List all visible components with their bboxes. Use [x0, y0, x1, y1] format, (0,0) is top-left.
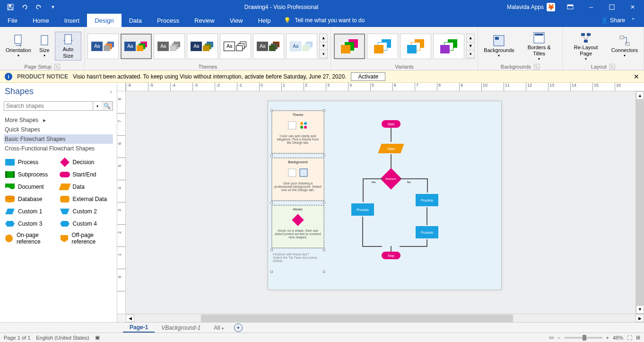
collapse-ribbon-icon[interactable]: ⌃	[628, 17, 638, 24]
variant-tile-4[interactable]	[433, 34, 464, 59]
orientation-button[interactable]: Orientation▾	[3, 33, 34, 59]
shape-glyph-icon	[60, 234, 69, 243]
tab-design[interactable]: Design	[87, 14, 121, 27]
save-icon[interactable]	[4, 0, 17, 14]
qat-customize-icon[interactable]: ▼	[46, 0, 60, 14]
theme-tile-4[interactable]: Aa	[187, 34, 218, 59]
shape-item-external-data[interactable]: External Data	[60, 195, 113, 203]
quick-shapes[interactable]: Quick Shapes	[4, 125, 113, 134]
shape-item-process[interactable]: Process	[5, 158, 58, 167]
tab-file[interactable]: File	[0, 14, 25, 27]
auto-size-button[interactable]: Auto Size	[55, 32, 82, 60]
page-tab-1[interactable]: Page-1	[123, 323, 155, 333]
add-page-button[interactable]: +	[234, 324, 243, 332]
shape-item-off-page-reference[interactable]: Off-page reference	[60, 232, 113, 245]
relayout-button[interactable]: Re-Layout Page▾	[566, 30, 607, 62]
theme-tile-3[interactable]: Aa	[154, 34, 185, 59]
zoom-level[interactable]: 48%	[613, 335, 623, 341]
more-shapes[interactable]: More Shapes ▸	[4, 115, 113, 125]
drawing-canvas[interactable]: Theme Color can add clarity and elegance…	[126, 91, 635, 314]
tab-review[interactable]: Review	[187, 14, 222, 27]
svg-rect-7	[41, 35, 48, 45]
variant-tile-3[interactable]	[400, 34, 431, 59]
themes-scroll[interactable]: ▲▼▾	[319, 34, 328, 59]
backgrounds-launcher[interactable]: ⤡	[534, 64, 540, 70]
share-button[interactable]: 👤 Share	[601, 17, 625, 24]
fit-page-icon[interactable]: ⛶	[627, 335, 632, 341]
drawing-page[interactable]: Theme Color can add clarity and elegance…	[268, 101, 502, 290]
page-tab-background[interactable]: VBackground-1	[155, 324, 207, 332]
variants-scroll[interactable]: ▲▼▾	[466, 34, 475, 59]
shape-item-start-end[interactable]: Start/End	[60, 170, 113, 179]
presentation-mode-icon[interactable]: ▭	[549, 334, 554, 341]
borders-titles-button[interactable]: Borders & Titles▾	[519, 30, 559, 62]
redo-icon[interactable]	[32, 0, 45, 14]
language-indicator[interactable]: English (United States)	[36, 335, 89, 341]
shape-item-custom-4[interactable]: Custom 4	[60, 219, 113, 228]
zoom-out-button[interactable]: −	[557, 335, 560, 341]
tab-process[interactable]: Process	[149, 14, 187, 27]
page-setup-launcher[interactable]: ⤡	[54, 64, 60, 70]
zoom-slider[interactable]	[565, 337, 602, 339]
zoom-in-button[interactable]: +	[606, 335, 609, 341]
cross-functional-shapes[interactable]: Cross-Functional Flowchart Shapes	[4, 144, 113, 153]
tab-data[interactable]: Data	[122, 14, 149, 27]
shape-item-custom-3[interactable]: Custom 3	[5, 219, 58, 228]
shape-item-database[interactable]: Database	[5, 195, 58, 203]
shape-item-custom-1[interactable]: Custom 1	[5, 207, 58, 216]
pan-zoom-icon[interactable]: ⊞	[636, 334, 640, 341]
tab-view[interactable]: View	[222, 14, 251, 27]
shape-item-on-page-reference[interactable]: On-page reference	[5, 232, 58, 245]
tip-background[interactable]: Background Give your drawing a professio…	[272, 158, 324, 201]
shape-data[interactable]: Data	[378, 144, 404, 153]
connectors-button[interactable]: Connectors▾	[609, 33, 641, 59]
undo-icon[interactable]	[18, 0, 31, 14]
shape-stop[interactable]: Stop	[382, 252, 400, 259]
ribbon-display-icon[interactable]	[561, 0, 580, 14]
page-tab-all[interactable]: All ▾	[207, 324, 230, 332]
user-account[interactable]: Malavida Apps 🦊	[503, 3, 559, 11]
variant-tile-2[interactable]	[367, 34, 398, 59]
shape-decision[interactable]: Decision	[380, 168, 401, 189]
theme-tile-5[interactable]: Aa	[220, 34, 251, 59]
basic-flowchart-shapes[interactable]: Basic Flowchart Shapes	[4, 134, 113, 144]
search-shapes-input[interactable]	[4, 101, 93, 111]
theme-tile-6[interactable]: Aa	[253, 34, 284, 59]
tip-theme[interactable]: Theme Color can add clarity and elegance…	[272, 111, 324, 153]
notice-close-icon[interactable]: ✕	[634, 73, 639, 80]
search-icon[interactable]: 🔍	[102, 101, 113, 111]
shape-item-decision[interactable]: Decision	[60, 158, 113, 167]
search-dropdown[interactable]: ▾	[93, 101, 102, 111]
tip-pane-selection[interactable]: Theme Color can add clarity and elegance…	[272, 111, 324, 272]
svg-rect-13	[581, 33, 585, 36]
macro-recording-icon[interactable]: ▣	[95, 334, 100, 341]
shape-item-document[interactable]: Document	[5, 183, 58, 191]
shape-item-data[interactable]: Data	[60, 183, 113, 191]
tell-me[interactable]: 💡 Tell me what you want to do	[278, 14, 370, 27]
collapse-pane-icon[interactable]: ‹	[110, 88, 112, 95]
shape-item-subprocess[interactable]: Subprocess	[5, 170, 58, 179]
tip-hover[interactable]: Hover Hover on a shape, then use AutoCon…	[272, 205, 324, 248]
variant-tile-1[interactable]	[334, 34, 365, 59]
activate-button[interactable]: Activate	[351, 72, 385, 81]
theme-tile-2[interactable]: Aa	[121, 34, 152, 59]
shape-process-right-1[interactable]: Process	[416, 194, 438, 206]
shape-glyph-icon	[60, 219, 70, 228]
tab-insert[interactable]: Insert	[57, 14, 87, 27]
shape-process-left[interactable]: Process	[351, 203, 374, 216]
vertical-scrollbar[interactable]: ▲▼	[635, 91, 644, 314]
layout-launcher[interactable]: ⤡	[609, 64, 615, 70]
horizontal-scrollbar[interactable]: ◀▶	[117, 314, 644, 322]
shape-item-custom-2[interactable]: Custom 2	[60, 207, 113, 216]
backgrounds-button[interactable]: Backgrounds▾	[481, 33, 517, 59]
shape-process-right-2[interactable]: Process	[416, 226, 438, 238]
size-button[interactable]: Size▾	[36, 33, 53, 59]
theme-tile-7[interactable]: Aa	[286, 34, 317, 59]
tab-help[interactable]: Help	[251, 14, 278, 27]
theme-tile-1[interactable]: Aa	[87, 34, 119, 59]
maximize-icon[interactable]	[602, 0, 621, 14]
tab-home[interactable]: Home	[25, 14, 57, 27]
shape-start[interactable]: Start	[382, 120, 400, 128]
minimize-icon[interactable]: ─	[582, 0, 600, 14]
close-icon[interactable]: ✕	[623, 0, 642, 14]
